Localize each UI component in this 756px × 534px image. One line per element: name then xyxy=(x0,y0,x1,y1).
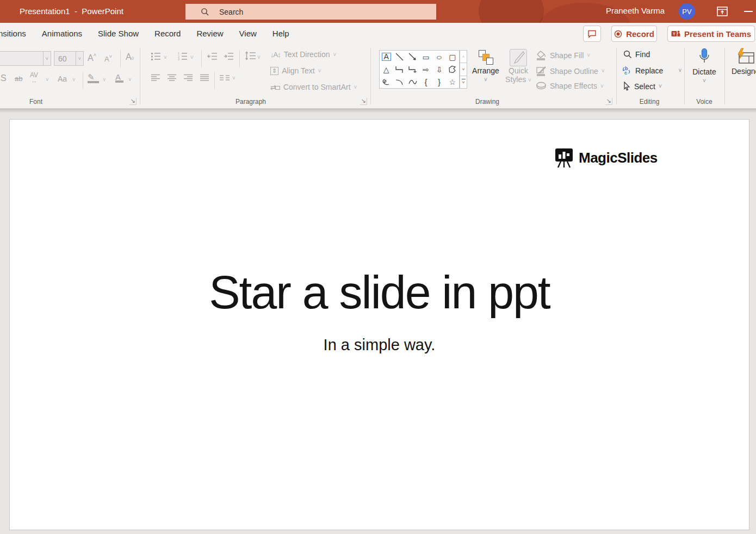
magicslides-logo[interactable]: MagicSlides xyxy=(554,147,658,169)
curve-shape-icon[interactable] xyxy=(406,76,419,88)
present-in-teams-button[interactable]: T Present in Teams xyxy=(667,26,755,42)
tab-view[interactable]: View xyxy=(239,29,257,38)
arrow-shape-icon[interactable] xyxy=(406,51,419,63)
increase-font-size-button[interactable]: A˄ xyxy=(88,52,96,63)
chevron-down-icon[interactable]: ˅ xyxy=(72,77,76,83)
strikethrough-button[interactable]: ab xyxy=(15,74,22,83)
chevron-down-icon[interactable]: ˅ xyxy=(232,75,236,81)
star-shape-icon[interactable]: ☆ xyxy=(446,76,459,88)
chevron-down-icon[interactable]: ˅ xyxy=(43,52,51,65)
tab-animations[interactable]: Animations xyxy=(42,29,82,38)
chevron-down-icon: ˅ xyxy=(600,83,604,89)
numbering-icon[interactable]: 123 xyxy=(178,52,187,60)
change-case-button[interactable]: Aa xyxy=(58,74,67,83)
line-spacing-icon[interactable] xyxy=(245,51,256,60)
elbow-arrow-connector-shape-icon[interactable] xyxy=(406,63,419,76)
slide-canvas[interactable]: MagicSlides Star a slide in ppt In a sim… xyxy=(9,119,749,530)
shapes-gallery-scrollbar: ˄ ˅ ˅ xyxy=(460,50,467,89)
search-input[interactable] xyxy=(219,8,382,16)
rounded-rectangle-shape-icon[interactable]: ▢ xyxy=(446,51,459,63)
comments-button[interactable] xyxy=(583,26,601,42)
dictate-button[interactable]: Dictate ˅ xyxy=(687,48,721,84)
chevron-down-icon[interactable]: ˅ xyxy=(103,77,106,83)
paragraph-dialog-launcher[interactable]: ↘ xyxy=(360,98,367,105)
ribbon-display-options-icon[interactable] xyxy=(717,7,728,16)
align-center-icon[interactable] xyxy=(168,74,176,82)
dictate-mic-icon xyxy=(698,48,710,66)
right-brace-shape-icon[interactable]: } xyxy=(432,76,445,88)
tab-help[interactable]: Help xyxy=(272,29,289,38)
increase-indent-icon[interactable] xyxy=(224,52,233,60)
font-size-combo[interactable]: 60 ˅ xyxy=(54,51,84,66)
oval-shape-icon[interactable]: ○ xyxy=(431,51,448,63)
replace-button[interactable]: bc Replace ˅ xyxy=(622,66,681,75)
decrease-font-size-button[interactable]: A˅ xyxy=(104,54,112,63)
find-button[interactable]: Find xyxy=(623,50,650,59)
gallery-scroll-up-button[interactable]: ˄ xyxy=(460,50,467,63)
search-box[interactable] xyxy=(185,4,436,20)
chevron-down-icon: ˅ xyxy=(484,77,487,83)
font-color-button[interactable]: A xyxy=(115,72,123,83)
bullets-icon[interactable] xyxy=(151,52,160,60)
record-button[interactable]: Record xyxy=(611,26,657,42)
ribbon-shadow xyxy=(0,109,756,113)
left-brace-shape-icon[interactable]: { xyxy=(419,76,432,88)
chevron-down-icon: ˅ xyxy=(333,52,336,58)
arrange-icon xyxy=(478,49,494,66)
font-name-combo[interactable]: ˅ xyxy=(0,51,51,66)
designer-button[interactable]: Designer xyxy=(732,48,756,76)
drawing-dialog-launcher[interactable]: ↘ xyxy=(605,98,612,105)
chevron-down-icon[interactable]: ˅ xyxy=(190,54,194,60)
arrange-button[interactable]: Arrange ˅ xyxy=(469,49,503,83)
align-right-icon[interactable] xyxy=(184,74,193,82)
chevron-down-icon[interactable]: ˅ xyxy=(257,54,261,60)
present-in-teams-label: Present in Teams xyxy=(684,29,751,39)
window-title: Presentation1 - PowerPoint xyxy=(20,7,123,16)
scribble-shape-icon[interactable] xyxy=(380,76,393,88)
font-dialog-launcher[interactable]: ↘ xyxy=(129,98,137,105)
align-text-button[interactable]: ⇕ Align Text ˅ xyxy=(270,66,321,75)
comments-icon xyxy=(587,30,597,38)
gallery-more-button[interactable]: ˅ xyxy=(460,76,467,89)
columns-icon[interactable] xyxy=(220,75,230,81)
chevron-down-icon: ˅ xyxy=(318,68,321,74)
arc-shape-icon[interactable] xyxy=(393,76,406,88)
text-highlight-button[interactable]: ✎ xyxy=(88,72,99,83)
tab-review[interactable]: Review xyxy=(196,29,223,38)
line-shape-icon[interactable] xyxy=(393,51,406,63)
quick-styles-button[interactable]: Quick Styles ˅ xyxy=(504,49,533,84)
tab-slide-show[interactable]: Slide Show xyxy=(98,29,139,38)
minimize-icon[interactable] xyxy=(744,11,753,12)
slide-subtitle[interactable]: In a simple way. xyxy=(10,336,749,354)
character-spacing-button[interactable]: AV↔ xyxy=(30,72,38,84)
select-button[interactable]: Select ˅ xyxy=(623,82,662,91)
gallery-scroll-down-button[interactable]: ˅ xyxy=(460,63,467,76)
slide-workspace: MagicSlides Star a slide in ppt In a sim… xyxy=(0,109,756,534)
text-box-shape-icon[interactable]: A xyxy=(380,51,393,63)
freeform-shape-icon[interactable] xyxy=(446,63,459,76)
chevron-down-icon[interactable]: ˅ xyxy=(164,54,167,60)
align-left-icon[interactable] xyxy=(151,74,160,82)
slide-title[interactable]: Star a slide in ppt xyxy=(10,265,749,319)
chevron-down-icon[interactable]: ˅ xyxy=(76,52,83,65)
chevron-down-icon[interactable]: ˅ xyxy=(128,77,132,83)
clear-formatting-button[interactable]: A◊ xyxy=(126,52,134,62)
triangle-shape-icon[interactable]: △ xyxy=(380,63,393,76)
tab-transitions[interactable]: Transitions xyxy=(0,29,26,38)
arrow-right-shape-icon[interactable]: ⇨ xyxy=(419,63,432,76)
decrease-indent-icon[interactable] xyxy=(207,52,217,60)
elbow-connector-shape-icon[interactable] xyxy=(393,63,406,76)
convert-to-smartart-button[interactable]: ⇄ Convert to SmartArt ˅ xyxy=(270,83,357,91)
avatar[interactable]: PV xyxy=(679,3,695,20)
shape-fill-button[interactable]: Shape Fill ˅ xyxy=(536,50,590,60)
tab-record[interactable]: Record xyxy=(154,29,181,38)
title-bar: Presentation1 - PowerPoint Praneeth Varm… xyxy=(0,0,756,23)
text-direction-button[interactable]: ↓A↕ Text Direction ˅ xyxy=(270,50,336,59)
shape-outline-button[interactable]: Shape Outline ˅ xyxy=(536,66,605,76)
quick-styles-label-1: Quick xyxy=(509,66,528,75)
text-shadow-button[interactable]: S xyxy=(1,73,7,83)
chevron-down-icon[interactable]: ˅ xyxy=(46,77,49,83)
shape-effects-button[interactable]: Shape Effects ˅ xyxy=(536,82,604,90)
arrow-down-shape-icon[interactable]: ⇩ xyxy=(432,63,445,76)
justify-icon[interactable] xyxy=(200,74,209,82)
